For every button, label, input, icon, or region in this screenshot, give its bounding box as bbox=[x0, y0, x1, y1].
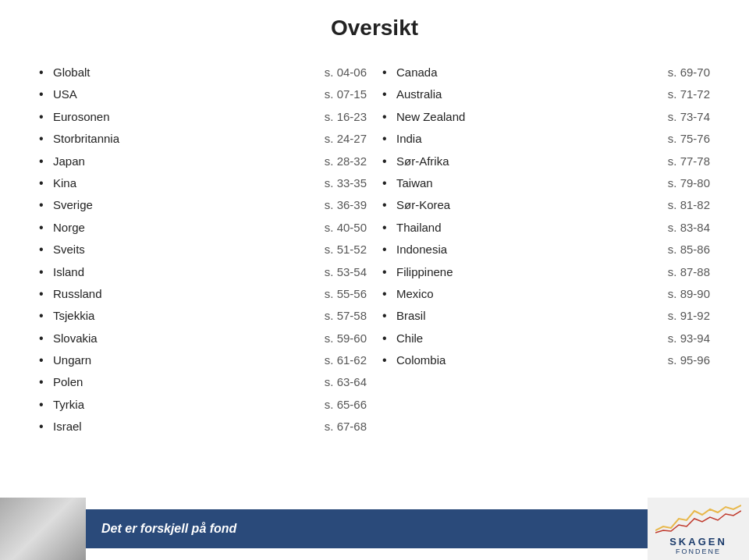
list-item: •Mexicos. 89-90 bbox=[382, 285, 710, 303]
entry-page: s. 83-84 bbox=[668, 219, 710, 236]
entry-page: s. 04-06 bbox=[325, 64, 367, 80]
bullet-icon: • bbox=[39, 241, 53, 258]
bullet-icon: • bbox=[39, 374, 53, 391]
footer-image bbox=[0, 498, 86, 560]
list-item: •Filippinenes. 87-88 bbox=[382, 264, 710, 281]
entry-page: s. 65-66 bbox=[325, 396, 367, 413]
bullet-icon: • bbox=[382, 241, 396, 258]
entry-page: s. 59-60 bbox=[325, 330, 367, 346]
bullet-icon: • bbox=[382, 175, 396, 192]
list-item: •Israels. 67-68 bbox=[39, 418, 367, 435]
entry-page: s. 87-88 bbox=[668, 264, 710, 280]
page-title: Oversikt bbox=[31, 16, 718, 41]
list-item: •Japans. 28-32 bbox=[39, 153, 367, 170]
entry-label: Indonesia bbox=[396, 241, 660, 257]
main-content: Oversikt •Globalts. 04-06•USAs. 07-15•Eu… bbox=[0, 0, 749, 448]
skagen-label: SKAGEN bbox=[669, 536, 727, 548]
entry-page: s. 53-54 bbox=[325, 264, 367, 280]
bullet-icon: • bbox=[382, 64, 396, 81]
bullet-icon: • bbox=[382, 197, 396, 214]
entry-page: s. 57-58 bbox=[325, 307, 367, 324]
bullet-icon: • bbox=[39, 307, 53, 324]
list-item: •Islands. 53-54 bbox=[39, 264, 367, 281]
bullet-icon: • bbox=[382, 352, 396, 369]
bullet-icon: • bbox=[39, 108, 53, 126]
bullet-icon: • bbox=[39, 197, 53, 214]
entry-page: s. 81-82 bbox=[668, 197, 710, 213]
list-item: •Sveitss. 51-52 bbox=[39, 241, 367, 258]
entry-page: s. 95-96 bbox=[668, 352, 710, 368]
list-item: •Canadas. 69-70 bbox=[382, 64, 710, 81]
entry-page: s. 63-64 bbox=[325, 374, 367, 390]
bullet-icon: • bbox=[39, 64, 53, 81]
entry-label: Polen bbox=[53, 374, 317, 390]
entry-label: Sør-Korea bbox=[396, 197, 660, 213]
column-left: •Globalts. 04-06•USAs. 07-15•Eurosonens.… bbox=[31, 64, 374, 441]
list-item: •Thailands. 83-84 bbox=[382, 219, 710, 236]
entry-label: Israel bbox=[53, 418, 317, 434]
entry-page: s. 69-70 bbox=[668, 64, 710, 80]
bullet-icon: • bbox=[39, 153, 53, 170]
entry-label: Ungarn bbox=[53, 352, 317, 368]
list-item: •New Zealands. 73-74 bbox=[382, 108, 710, 126]
entry-page: s. 36-39 bbox=[325, 197, 367, 213]
entry-label: Thailand bbox=[396, 219, 660, 236]
list-item: •Norges. 40-50 bbox=[39, 219, 367, 236]
entry-page: s. 24-27 bbox=[325, 130, 367, 147]
entry-label: New Zealand bbox=[396, 108, 660, 125]
footer-image-inner bbox=[0, 498, 86, 560]
bullet-icon: • bbox=[39, 330, 53, 347]
entry-page: s. 07-15 bbox=[325, 86, 367, 102]
entry-page: s. 51-52 bbox=[325, 241, 367, 257]
entry-page: s. 40-50 bbox=[325, 219, 367, 236]
list-item: •Taiwans. 79-80 bbox=[382, 175, 710, 192]
entry-label: Sveits bbox=[53, 241, 317, 257]
entry-page: s. 73-74 bbox=[668, 108, 710, 125]
list-item: •Australias. 71-72 bbox=[382, 86, 710, 103]
list-item: •Sør-Koreas. 81-82 bbox=[382, 197, 710, 214]
bullet-icon: • bbox=[39, 175, 53, 192]
entry-page: s. 67-68 bbox=[325, 418, 367, 434]
list-item: •Eurosonens. 16-23 bbox=[39, 108, 367, 126]
list-item: •Polens. 63-64 bbox=[39, 374, 367, 391]
entry-page: s. 55-56 bbox=[325, 285, 367, 302]
list-item: •Globalts. 04-06 bbox=[39, 64, 367, 81]
skagen-chart bbox=[655, 503, 741, 534]
list-item: •Ungarns. 61-62 bbox=[39, 352, 367, 369]
skagen-sub: FONDENE bbox=[676, 548, 721, 555]
entry-page: s. 75-76 bbox=[668, 130, 710, 147]
entry-label: Brasil bbox=[396, 307, 660, 324]
list-item: •Brasils. 91-92 bbox=[382, 307, 710, 324]
bullet-icon: • bbox=[382, 108, 396, 126]
list-item: •Russlands. 55-56 bbox=[39, 285, 367, 303]
bullet-icon: • bbox=[382, 264, 396, 281]
footer-banner-text: Det er forskjell på fond bbox=[101, 522, 236, 536]
bullet-icon: • bbox=[39, 285, 53, 303]
entry-label: Eurosonen bbox=[53, 108, 317, 125]
entry-label: Canada bbox=[396, 64, 660, 80]
entry-label: India bbox=[396, 130, 660, 147]
entry-label: Tsjekkia bbox=[53, 307, 317, 324]
entry-label: Storbritannia bbox=[53, 130, 317, 147]
entry-label: Australia bbox=[396, 86, 660, 102]
bullet-icon: • bbox=[39, 86, 53, 103]
entry-label: Taiwan bbox=[396, 175, 660, 191]
list-item: •Kinas. 33-35 bbox=[39, 175, 367, 192]
entry-label: Russland bbox=[53, 285, 317, 302]
entry-page: s. 77-78 bbox=[668, 153, 710, 169]
entry-page: s. 61-62 bbox=[325, 352, 367, 368]
entry-label: Mexico bbox=[396, 285, 660, 302]
skagen-logo-area: SKAGEN FONDENE bbox=[648, 498, 749, 560]
entry-page: s. 71-72 bbox=[668, 86, 710, 102]
footer-banner: Det er forskjell på fond bbox=[86, 509, 648, 548]
entry-page: s. 16-23 bbox=[325, 108, 367, 125]
entry-label: Filippinene bbox=[396, 264, 660, 280]
entry-page: s. 89-90 bbox=[668, 285, 710, 302]
entry-page: s. 28-32 bbox=[325, 153, 367, 169]
entry-label: Chile bbox=[396, 330, 660, 346]
list-item: •Colombias. 95-96 bbox=[382, 352, 710, 369]
entry-page: s. 93-94 bbox=[668, 330, 710, 346]
entry-label: Tyrkia bbox=[53, 396, 317, 413]
bullet-icon: • bbox=[382, 219, 396, 236]
bullet-icon: • bbox=[382, 285, 396, 303]
